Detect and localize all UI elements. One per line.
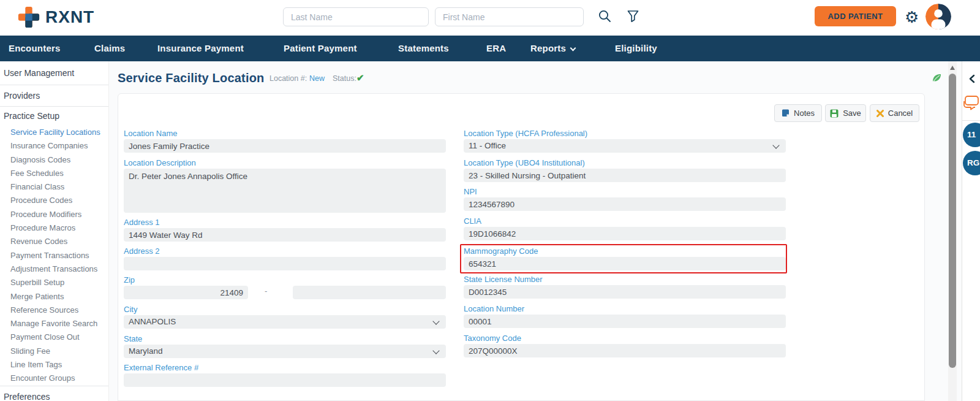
zip-ext-input[interactable]: [293, 286, 446, 299]
address1-input[interactable]: [124, 228, 446, 242]
sidebar-item-fee-schedules[interactable]: Fee Schedules: [0, 167, 108, 180]
address1-label: Address 1: [124, 218, 446, 227]
sidebar-item-diagnosis-codes[interactable]: Diagnosis Codes: [0, 153, 108, 167]
city-select[interactable]: ANNAPOLIS: [124, 315, 446, 329]
field-state: State Maryland: [124, 334, 446, 358]
location-type-hcfa-label: Location Type (HCFA Professional): [464, 129, 786, 139]
sidebar-item-service-facility-locations[interactable]: Service Facility Locations: [0, 126, 108, 139]
field-location-type-hcfa: Location Type (HCFA Professional) 11 - O…: [464, 129, 786, 153]
city-select-value: ANNAPOLIS: [129, 317, 176, 326]
leaf-icon[interactable]: [932, 73, 942, 83]
filter-icon[interactable]: [626, 9, 640, 23]
location-type-hcfa-select[interactable]: 11 - Office: [464, 139, 786, 153]
search-icon[interactable]: [598, 9, 612, 23]
sidebar-item-procedure-codes[interactable]: Procedure Codes: [0, 194, 108, 207]
sidebar-item-manage-favorite-search[interactable]: Manage Favorite Search: [0, 317, 108, 330]
field-zip: Zip -: [124, 275, 446, 299]
field-taxonomy-code: Taxonomy Code: [464, 334, 786, 357]
external-reference-label: External Reference #: [124, 363, 446, 373]
field-location-description: Location Description Dr. Peter Jones Ann…: [124, 158, 446, 213]
nav-item-statements[interactable]: Statements: [398, 36, 449, 61]
state-license-input[interactable]: [464, 285, 786, 299]
npi-input[interactable]: [464, 197, 786, 211]
field-location-name: Location Name: [124, 129, 446, 153]
field-address1: Address 1: [124, 218, 446, 242]
nav-item-reports[interactable]: Reports: [530, 36, 575, 61]
cancel-button-label: Cancel: [888, 109, 913, 118]
sidebar-section-preferences-partial[interactable]: Preferences: [0, 386, 108, 401]
vertical-scrollbar[interactable]: [948, 61, 957, 401]
state-select-value: Maryland: [129, 346, 163, 356]
sidebar-item-adjustment-transactions[interactable]: Adjustment Transactions: [0, 262, 108, 276]
sidebar-item-financial-class[interactable]: Financial Class: [0, 180, 108, 194]
sidebar-section-practice-setup[interactable]: Practice Setup: [0, 107, 108, 126]
gear-icon[interactable]: ⚙: [905, 7, 919, 28]
field-address2: Address 2: [124, 246, 446, 270]
sidebar-item-procedure-macros[interactable]: Procedure Macros: [0, 221, 108, 235]
field-location-number: Location Number: [464, 304, 786, 328]
sidebar-item-payment-close-out[interactable]: Payment Close Out: [0, 330, 108, 344]
location-number-value[interactable]: New: [309, 74, 325, 83]
location-number-field-label: Location Number: [464, 304, 786, 314]
sidebar-item-superbill-setup[interactable]: Superbill Setup: [0, 276, 108, 289]
status-label: Status:: [333, 74, 356, 83]
collapse-chevron-left-icon[interactable]: [969, 74, 975, 83]
chat-icon[interactable]: [963, 95, 979, 112]
sidebar-item-reference-sources[interactable]: Reference Sources: [0, 304, 108, 317]
first-name-search-input[interactable]: [435, 7, 584, 26]
sidebar-item-procedure-modifiers[interactable]: Procedure Modifiers: [0, 208, 108, 221]
sidebar-item-insurance-companies[interactable]: Insurance Companies: [0, 139, 108, 153]
mammography-highlight-box: Mammography Code: [460, 244, 787, 273]
location-name-input[interactable]: [124, 139, 446, 153]
location-type-ubo4-input[interactable]: [464, 169, 786, 182]
clia-input[interactable]: [464, 227, 786, 240]
top-header: RXNT ADD PATIENT ⚙: [0, 0, 980, 36]
taxonomy-code-input[interactable]: [464, 344, 786, 357]
location-type-ubo4-label: Location Type (UBO4 Institutional): [464, 158, 786, 168]
rxnt-logo[interactable]: RXNT: [17, 6, 94, 29]
city-label: City: [124, 305, 446, 315]
sidebar-item-line-item-tags[interactable]: Line Item Tags: [0, 358, 108, 372]
sidebar-section-providers[interactable]: Providers: [0, 85, 108, 106]
sidebar-item-revenue-codes[interactable]: Revenue Codes: [0, 235, 108, 248]
save-button[interactable]: Save: [825, 104, 866, 122]
taxonomy-code-label: Taxonomy Code: [464, 334, 786, 343]
sidebar-section-user-management[interactable]: User Management: [0, 61, 108, 85]
scrollbar-thumb[interactable]: [949, 74, 956, 368]
external-reference-input[interactable]: [124, 373, 446, 387]
sidebar-item-sliding-fee[interactable]: Sliding Fee: [0, 345, 108, 358]
sidebar-item-encounter-groups[interactable]: Encounter Groups: [0, 372, 108, 385]
chevron-down-icon: [570, 45, 576, 52]
nav-item-encounters[interactable]: Encounters: [9, 36, 61, 61]
zip-separator: -: [265, 286, 267, 296]
logo-text: RXNT: [45, 7, 94, 27]
mammography-code-input[interactable]: [464, 257, 786, 270]
location-name-label: Location Name: [124, 129, 446, 139]
nav-item-patient-payment[interactable]: Patient Payment: [284, 36, 357, 61]
address2-label: Address 2: [124, 246, 446, 256]
nav-item-insurance-payment[interactable]: Insurance Payment: [157, 36, 244, 61]
last-name-search-input[interactable]: [283, 7, 429, 26]
location-number-input[interactable]: [464, 315, 786, 328]
cancel-button[interactable]: Cancel: [870, 104, 919, 122]
sidebar-item-payment-transactions[interactable]: Payment Transactions: [0, 249, 108, 262]
main-navbar: Encounters Claims Insurance Payment Pati…: [0, 36, 980, 61]
nav-item-eligibility[interactable]: Eligibility: [615, 36, 657, 61]
state-select[interactable]: Maryland: [124, 345, 446, 358]
address2-input[interactable]: [124, 257, 446, 270]
notes-button[interactable]: Notes: [774, 104, 822, 122]
state-label: State: [124, 334, 446, 344]
note-icon: [782, 109, 790, 117]
location-description-textarea[interactable]: Dr. Peter Jones Annapolis Office: [124, 169, 446, 213]
add-patient-button[interactable]: ADD PATIENT: [815, 6, 896, 26]
scroll-up-arrow-icon[interactable]: [950, 66, 955, 70]
app-window: RXNT ADD PATIENT ⚙ Enc: [0, 0, 980, 401]
npi-label: NPI: [464, 187, 786, 197]
field-state-license: State License Number: [464, 275, 786, 299]
nav-item-era[interactable]: ERA: [486, 36, 506, 61]
zip-input[interactable]: [124, 286, 248, 299]
avatar[interactable]: [925, 4, 951, 29]
nav-item-reports-label: Reports: [530, 43, 566, 53]
sidebar-item-merge-patients[interactable]: Merge Patients: [0, 290, 108, 304]
nav-item-claims[interactable]: Claims: [94, 36, 125, 61]
